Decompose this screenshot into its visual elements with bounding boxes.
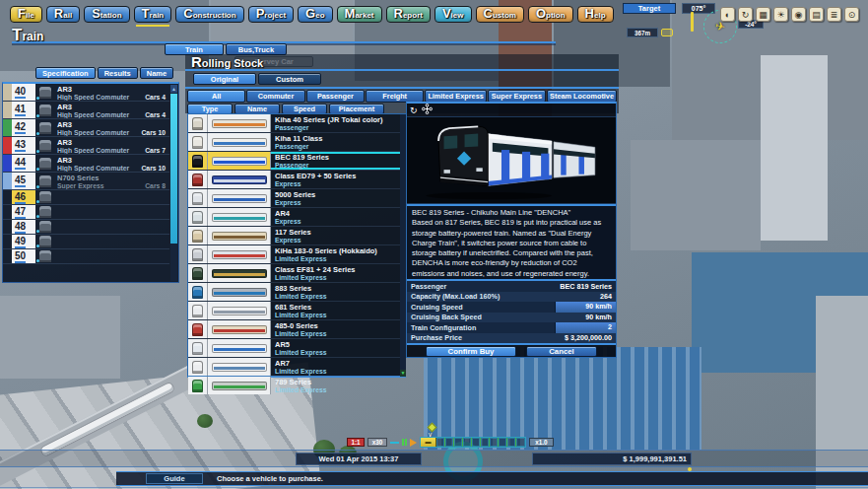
- confirm-buy-button[interactable]: Confirm Buy: [426, 346, 516, 357]
- train-list-scrollbar[interactable]: ▲: [170, 85, 177, 281]
- speed-slider-handle[interactable]: ▬: [421, 438, 436, 447]
- subtab[interactable]: Name: [140, 67, 173, 79]
- scroll-down-icon[interactable]: ▼: [400, 370, 406, 377]
- train-row[interactable]: 45 N700 Series Super Express Cars 8: [3, 173, 169, 190]
- globe-icon[interactable]: ◐: [720, 7, 735, 22]
- menu-tab[interactable]: Custom: [476, 6, 524, 23]
- train-number-cell[interactable]: 46: [12, 190, 35, 204]
- rolling-stock-row[interactable]: AR5 Limited Express: [188, 339, 405, 358]
- rolling-stock-row[interactable]: 485-0 Series Limited Express: [188, 320, 405, 339]
- rolling-stock-row[interactable]: Class ED79 + 50 Series Express: [188, 171, 405, 189]
- train-row[interactable]: 47: [3, 205, 169, 220]
- menu-tab[interactable]: Market: [337, 6, 382, 23]
- menu-tab[interactable]: Help: [577, 6, 614, 23]
- menu-tab[interactable]: View: [434, 6, 472, 23]
- train-color-strip[interactable]: [3, 119, 12, 136]
- rolling-stock-row[interactable]: Class EF81 + 24 Series Limited Express: [188, 264, 405, 283]
- menu-tab[interactable]: Report: [386, 6, 431, 23]
- train-row[interactable]: 49: [3, 235, 169, 249]
- subtab[interactable]: Results: [98, 67, 138, 79]
- rolling-stock-text: Kiha 11 Class Passenger: [271, 133, 399, 151]
- tab-custom[interactable]: Custom: [258, 73, 321, 85]
- vehicle-preview[interactable]: [407, 116, 616, 204]
- rolling-stock-row[interactable]: 5000 Series Express: [188, 189, 405, 208]
- train-row[interactable]: 46: [3, 190, 169, 205]
- train-row[interactable]: 48: [3, 220, 169, 235]
- rolling-stock-scrollbar[interactable]: ▼: [400, 114, 406, 377]
- brightness-icon[interactable]: ☀: [773, 7, 788, 22]
- memo-icon[interactable]: ▤: [809, 7, 824, 22]
- game-speed-slider[interactable]: ▬: [420, 437, 526, 448]
- menu-tab[interactable]: Project: [248, 6, 294, 23]
- rotate-view-icon[interactable]: ↻: [410, 105, 418, 115]
- rolling-stock-row[interactable]: KiHa 183-0 Series (Hokkaido) Limited Exp…: [188, 245, 405, 264]
- pitch-slider[interactable]: [691, 12, 694, 32]
- train-row[interactable]: 50: [3, 249, 169, 264]
- train-row[interactable]: 41 AR3 High Speed Commuter Cars 4: [3, 102, 169, 119]
- train-color-strip[interactable]: [3, 235, 12, 248]
- train-number-cell[interactable]: 40: [12, 84, 35, 101]
- train-info: [55, 220, 169, 234]
- train-number: 47: [15, 206, 26, 219]
- rolling-stock-row[interactable]: Kiha 40 Series (JR Tokai color) Passenge…: [188, 114, 405, 133]
- train-color-strip[interactable]: [3, 190, 12, 204]
- dialog-title: Rolling Stock: [191, 53, 263, 70]
- train-number: 50: [15, 250, 26, 263]
- filter-button[interactable]: Passenger: [306, 90, 365, 103]
- train-number-cell[interactable]: 50: [12, 249, 35, 263]
- train-color-strip[interactable]: [3, 84, 12, 101]
- rolling-stock-text: Class EF81 + 24 Series Limited Express: [271, 264, 399, 282]
- play-icon[interactable]: [410, 439, 417, 447]
- rolling-stock-text: Class ED79 + 50 Series Express: [271, 171, 399, 188]
- menu-tab[interactable]: Geo: [298, 6, 332, 23]
- train-color-strip[interactable]: [3, 173, 12, 189]
- rolling-stock-row[interactable]: 681 Series Limited Express: [188, 302, 405, 320]
- rolling-stock-row[interactable]: 789 Series Limited Express: [188, 377, 405, 394]
- train-row[interactable]: 44 AR3 High Speed Commuter Cars 10: [3, 155, 169, 173]
- pause-icon[interactable]: [402, 439, 407, 446]
- filter-button[interactable]: Commuter: [246, 90, 304, 103]
- grid-icon[interactable]: ▦: [756, 7, 770, 22]
- train-color-strip[interactable]: [3, 249, 12, 263]
- train-row[interactable]: 40 AR3 High Speed Commuter Cars 4: [3, 84, 169, 102]
- train-number-cell[interactable]: 44: [12, 155, 35, 172]
- chat-icon[interactable]: ⊙: [844, 7, 859, 22]
- train-number-cell[interactable]: 41: [12, 102, 35, 118]
- train-number-cell[interactable]: 48: [12, 220, 35, 234]
- scrollbar-thumb[interactable]: [170, 94, 177, 244]
- train-number-cell[interactable]: 45: [12, 173, 35, 189]
- filter-button[interactable]: All: [187, 90, 245, 103]
- train-color-strip[interactable]: [3, 102, 12, 118]
- train-color-strip[interactable]: [3, 155, 12, 172]
- menu-tab[interactable]: File: [10, 6, 42, 23]
- rolling-stock-row[interactable]: AR4 Express: [188, 208, 405, 227]
- menu-tab[interactable]: Rail: [46, 6, 80, 23]
- train-row[interactable]: 43 AR3 High Speed Commuter Cars 7: [3, 137, 169, 155]
- menu-tab[interactable]: Station: [84, 6, 129, 23]
- menu-tab[interactable]: Construction: [175, 6, 243, 23]
- rolling-stock-row[interactable]: AR7 Limited Express: [188, 358, 405, 377]
- layers-icon[interactable]: ≣: [827, 7, 841, 22]
- train-color-strip[interactable]: [3, 220, 12, 234]
- train-number-cell[interactable]: 47: [12, 205, 35, 219]
- train-color-strip[interactable]: [3, 137, 12, 154]
- train-row[interactable]: 42 AR3 High Speed Commuter Cars 10: [3, 119, 169, 137]
- subtab[interactable]: Specification: [35, 67, 96, 79]
- scroll-up-icon[interactable]: ▲: [170, 85, 177, 93]
- pan-view-icon[interactable]: [422, 104, 433, 116]
- rolling-stock-row[interactable]: BEC 819 Series Passenger: [188, 152, 405, 171]
- menu-tab[interactable]: Train: [134, 6, 172, 23]
- rolling-stock-row[interactable]: 117 Series Express: [188, 227, 405, 245]
- speed-slider-track[interactable]: [436, 438, 525, 447]
- rolling-stock-row[interactable]: 883 Series Limited Express: [188, 283, 405, 302]
- train-number-cell[interactable]: 49: [12, 235, 35, 248]
- tab-original[interactable]: Original: [193, 73, 256, 85]
- rotate-icon[interactable]: ↻: [738, 7, 753, 22]
- menu-tab[interactable]: Option: [528, 6, 573, 23]
- train-number-cell[interactable]: 43: [12, 137, 35, 154]
- rolling-stock-row[interactable]: Kiha 11 Class Passenger: [188, 133, 405, 152]
- pin-icon[interactable]: ◉: [791, 7, 806, 22]
- cancel-button[interactable]: Cancel: [526, 346, 597, 357]
- train-number-cell[interactable]: 42: [12, 119, 35, 136]
- train-color-strip[interactable]: [3, 205, 12, 219]
